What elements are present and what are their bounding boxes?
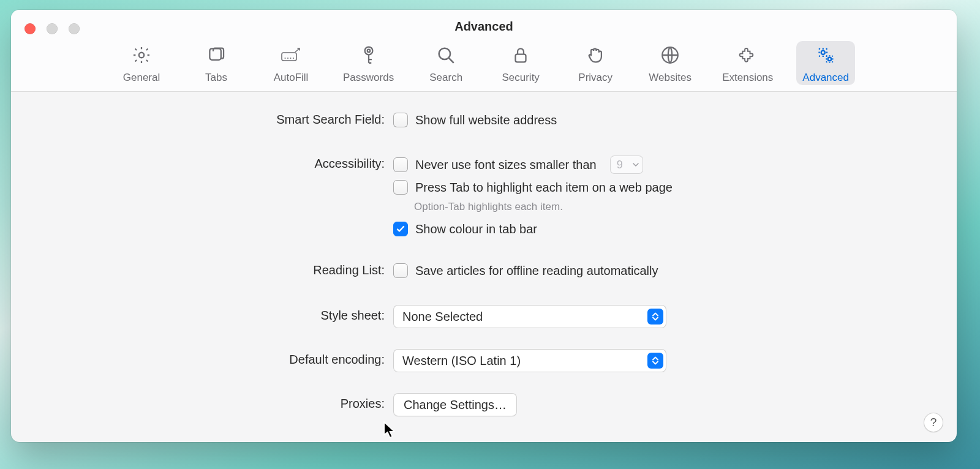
tab-label: Security xyxy=(502,72,539,83)
checkbox[interactable] xyxy=(393,222,408,236)
button-label: Change Settings… xyxy=(404,398,507,412)
reading-list-label: Reading List: xyxy=(29,262,385,277)
checkbox[interactable] xyxy=(393,157,408,172)
accessibility-label: Accessibility: xyxy=(29,156,385,171)
save-offline-option[interactable]: Save articles for offline reading automa… xyxy=(393,262,658,279)
tab-extensions[interactable]: Extensions xyxy=(716,41,779,85)
tab-label: Tabs xyxy=(205,72,227,83)
svg-point-8 xyxy=(367,50,370,53)
svg-rect-10 xyxy=(516,54,526,62)
checkbox-label: Save articles for offline reading automa… xyxy=(415,264,658,278)
min-font-size-option[interactable]: Never use font sizes smaller than xyxy=(393,156,597,173)
svg-rect-2 xyxy=(282,53,296,61)
svg-point-4 xyxy=(287,58,288,59)
checkbox-label: Press Tab to highlight each item on a we… xyxy=(415,181,673,195)
tab-autofill[interactable]: AutoFill xyxy=(262,41,320,85)
autofill-icon xyxy=(281,45,301,69)
updown-icon xyxy=(647,353,663,369)
default-encoding-label: Default encoding: xyxy=(29,349,385,367)
svg-point-0 xyxy=(139,53,145,58)
tab-websites[interactable]: Websites xyxy=(641,41,699,85)
checkbox-label: Show full website address xyxy=(415,113,557,127)
popup-value: Western (ISO Latin 1) xyxy=(402,354,521,368)
gear-icon xyxy=(131,45,152,69)
puzzle-icon xyxy=(737,45,758,69)
preferences-toolbar: General Tabs xyxy=(11,34,957,91)
checkbox[interactable] xyxy=(393,263,408,278)
close-button[interactable] xyxy=(24,23,36,34)
search-icon xyxy=(435,45,456,69)
svg-point-13 xyxy=(828,58,832,61)
tab-label: Websites xyxy=(649,72,692,83)
popup-value: None Selected xyxy=(402,310,483,324)
svg-point-9 xyxy=(439,48,450,59)
tab-label: Passwords xyxy=(343,72,394,83)
tab-advanced[interactable]: Advanced xyxy=(796,41,855,85)
hand-icon xyxy=(585,45,606,69)
svg-point-6 xyxy=(293,58,294,59)
tab-label: Extensions xyxy=(722,72,773,83)
tab-label: AutoFill xyxy=(274,72,309,83)
svg-point-3 xyxy=(285,58,286,59)
minimize-button[interactable] xyxy=(47,23,58,34)
svg-rect-1 xyxy=(209,48,221,59)
help-button[interactable]: ? xyxy=(924,413,943,432)
option-tab-hint: Option-Tab highlights each item. xyxy=(393,201,673,213)
tab-search[interactable]: Search xyxy=(417,41,475,85)
help-label: ? xyxy=(930,416,937,429)
tab-label: Search xyxy=(429,72,462,83)
chevron-down-icon xyxy=(629,162,643,167)
show-develop-menu-option[interactable]: Show Develop menu in menu bar xyxy=(393,441,597,442)
tab-label: Privacy xyxy=(578,72,612,83)
checkbox-label: Show colour in tab bar xyxy=(415,222,537,236)
svg-point-7 xyxy=(364,47,372,55)
advanced-pane: Smart Search Field: Show full website ad… xyxy=(11,92,957,442)
lock-icon xyxy=(510,45,531,69)
updown-icon xyxy=(647,309,663,325)
tab-label: General xyxy=(123,72,160,83)
proxies-label: Proxies: xyxy=(29,393,385,411)
preferences-window: Advanced General Tabs xyxy=(11,10,957,442)
min-font-size-stepper[interactable]: 9 xyxy=(610,156,643,174)
press-tab-option[interactable]: Press Tab to highlight each item on a we… xyxy=(393,179,673,196)
tab-security[interactable]: Security xyxy=(492,41,549,85)
window-title: Advanced xyxy=(11,10,957,34)
checkbox[interactable] xyxy=(393,113,408,127)
style-sheet-popup[interactable]: None Selected xyxy=(393,305,666,328)
tab-passwords[interactable]: Passwords xyxy=(337,41,400,85)
show-full-address-option[interactable]: Show full website address xyxy=(393,111,557,129)
change-proxy-settings-button[interactable]: Change Settings… xyxy=(393,393,517,416)
gears-icon xyxy=(815,45,836,69)
key-icon xyxy=(358,45,379,69)
checkbox[interactable] xyxy=(393,180,408,195)
svg-point-12 xyxy=(821,51,825,54)
titlebar: Advanced General Tabs xyxy=(11,10,957,92)
smart-search-label: Smart Search Field: xyxy=(29,111,385,127)
default-encoding-popup[interactable]: Western (ISO Latin 1) xyxy=(393,349,666,372)
svg-point-5 xyxy=(290,58,292,59)
tabs-icon xyxy=(206,45,227,69)
zoom-button[interactable] xyxy=(69,23,80,34)
tab-general[interactable]: General xyxy=(113,41,170,85)
globe-icon xyxy=(660,45,680,69)
spacer xyxy=(29,441,385,442)
checkbox-label: Never use font sizes smaller than xyxy=(415,158,597,172)
tab-label: Advanced xyxy=(802,72,849,83)
stepper-value: 9 xyxy=(611,159,629,171)
window-controls xyxy=(24,23,80,34)
style-sheet-label: Style sheet: xyxy=(29,305,385,323)
tab-bar-colour-option[interactable]: Show colour in tab bar xyxy=(393,220,673,238)
tab-tabs[interactable]: Tabs xyxy=(187,41,245,85)
tab-privacy[interactable]: Privacy xyxy=(567,41,624,85)
